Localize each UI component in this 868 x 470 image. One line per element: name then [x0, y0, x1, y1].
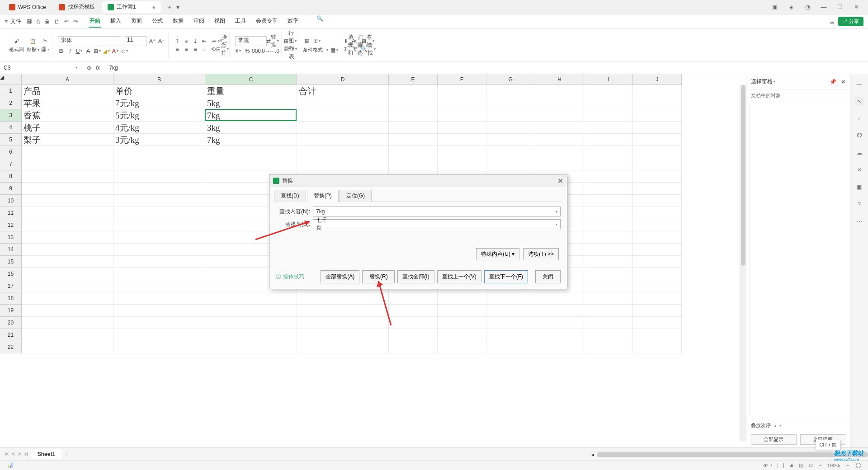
cell-B16[interactable] — [113, 268, 205, 280]
col-header-E[interactable]: E — [389, 74, 438, 85]
row-header-18[interactable]: 18 — [0, 292, 22, 305]
reader-icon[interactable]: ▭ — [809, 462, 813, 468]
cell-G7[interactable] — [486, 158, 535, 170]
cell-H3[interactable] — [535, 109, 584, 122]
cell-J8[interactable] — [633, 170, 682, 183]
cell-B19[interactable] — [113, 305, 205, 317]
cell-J20[interactable] — [633, 317, 682, 329]
cell-B21[interactable] — [113, 329, 205, 341]
table-fmt-icon[interactable]: ▦▾ — [331, 47, 337, 53]
cell-J7[interactable] — [633, 158, 682, 170]
cell-A6[interactable] — [22, 146, 113, 158]
tab-member[interactable]: 会员专享 — [255, 15, 278, 28]
sheet-nav-last[interactable]: >I — [24, 451, 28, 457]
close-tab-icon[interactable]: ● — [152, 4, 155, 10]
row-header-12[interactable]: 12 — [0, 219, 22, 231]
status-mode-icon[interactable]: 📊 — [7, 462, 14, 468]
row-header-21[interactable]: 21 — [0, 329, 22, 341]
cell-E19[interactable] — [389, 305, 438, 317]
cell-H1[interactable] — [535, 85, 584, 97]
copy-icon[interactable]: 🗐▾ — [42, 47, 48, 53]
cell-I11[interactable] — [584, 207, 633, 219]
cell-E2[interactable] — [389, 97, 438, 109]
row-header-2[interactable]: 2 — [0, 97, 22, 109]
undo-icon[interactable]: ↶ — [64, 19, 69, 25]
name-box[interactable]: C3 ▾ — [0, 65, 81, 71]
row-header-17[interactable]: 17 — [0, 280, 22, 292]
find-all-button[interactable]: 查找全部(I) — [397, 270, 434, 283]
tab-review[interactable]: 审阅 — [193, 15, 205, 28]
cell-I18[interactable] — [584, 292, 633, 305]
font-size-select[interactable]: 11 — [124, 36, 146, 46]
show-all-button[interactable]: 全部显示 — [751, 434, 797, 445]
down-icon[interactable]: ▾ — [780, 423, 782, 428]
cell-A10[interactable] — [22, 195, 113, 207]
cell-B4[interactable]: 4元/kg — [113, 122, 205, 134]
sheet-nav-first[interactable]: I< — [5, 451, 9, 457]
col-header-C[interactable]: C — [205, 74, 297, 85]
align-left-icon[interactable]: ≡ — [174, 46, 180, 52]
settings-icon[interactable]: ☼ — [855, 114, 864, 123]
app-tab-template[interactable]: 找稻壳模板 — [53, 1, 100, 13]
tab-menu-icon[interactable]: ▾ — [176, 4, 179, 11]
cell-J11[interactable] — [633, 207, 682, 219]
align-bottom-icon[interactable]: ⤓ — [192, 38, 198, 44]
cell-B18[interactable] — [113, 292, 205, 305]
font-name-select[interactable]: 宋体 — [58, 36, 121, 46]
minimize-button[interactable]: — — [816, 2, 832, 13]
row-header-7[interactable]: 7 — [0, 158, 22, 170]
cell-G4[interactable] — [486, 122, 535, 134]
zoom-in-button[interactable]: ＋ — [845, 462, 850, 469]
cell-I15[interactable] — [584, 256, 633, 268]
sheet-tab-1[interactable]: Sheet1 — [31, 449, 61, 459]
dec-dec-icon[interactable]: ←.0 — [271, 48, 278, 54]
cube-icon[interactable]: ◈ — [783, 2, 799, 13]
cell-E20[interactable] — [389, 317, 438, 329]
cell-J12[interactable] — [633, 219, 682, 231]
cell-I4[interactable] — [584, 122, 633, 134]
cell-style-icon[interactable]: ⊞▾ — [314, 38, 320, 44]
cell-G2[interactable] — [486, 97, 535, 109]
comma-icon[interactable]: 000 — [253, 48, 259, 54]
cell-E7[interactable] — [389, 158, 438, 170]
cell-J6[interactable] — [633, 146, 682, 158]
redo-icon[interactable]: ↷ — [73, 19, 78, 25]
increase-font-icon[interactable]: A⁺ — [149, 38, 156, 44]
convert-icon[interactable]: ⇄ 转换▾ — [269, 38, 276, 44]
cell-B11[interactable] — [113, 207, 205, 219]
cell-I5[interactable] — [584, 134, 633, 146]
sum-icon[interactable]: Σ 求和▾ — [347, 46, 353, 52]
cell-C3[interactable]: 7kg — [205, 109, 297, 122]
cell-A9[interactable] — [22, 183, 113, 195]
cell-I21[interactable] — [584, 329, 633, 341]
cell-F21[interactable] — [438, 329, 486, 341]
cell-F3[interactable] — [438, 109, 486, 122]
cell-J14[interactable] — [633, 244, 682, 256]
more-icon[interactable]: ⋯ — [855, 217, 864, 226]
cell-A2[interactable]: 苹果 — [22, 97, 113, 109]
cell-D4[interactable] — [297, 122, 389, 134]
cond-fmt-label[interactable]: 条件格式 — [303, 47, 323, 53]
cell-A7[interactable] — [22, 158, 113, 170]
row-header-6[interactable]: 6 — [0, 146, 22, 158]
cell-F4[interactable] — [438, 122, 486, 134]
cell-F18[interactable] — [438, 292, 486, 305]
bold-icon[interactable]: B — [58, 48, 64, 54]
cell-G19[interactable] — [486, 305, 535, 317]
cell-C2[interactable]: 5kg — [205, 97, 297, 109]
replace-button[interactable]: 替换(R) — [362, 270, 395, 283]
view-page-icon[interactable]: ⊞ — [789, 462, 793, 468]
underline-icon[interactable]: U▾ — [76, 48, 82, 54]
fill-color-icon[interactable]: ◢▾ — [103, 48, 109, 54]
cell-G3[interactable] — [486, 109, 535, 122]
cell-F5[interactable] — [438, 134, 486, 146]
cell-B5[interactable]: 3元/kg — [113, 134, 205, 146]
app-tab-wps[interactable]: WPS Office — [4, 2, 52, 12]
cell-I19[interactable] — [584, 305, 633, 317]
row-header-9[interactable]: 9 — [0, 183, 22, 195]
cell-C21[interactable] — [205, 329, 297, 341]
cell-B2[interactable]: 7元/kg — [113, 97, 205, 109]
col-header-G[interactable]: G — [486, 74, 535, 85]
cell-J19[interactable] — [633, 305, 682, 317]
cell-E1[interactable] — [389, 85, 438, 97]
